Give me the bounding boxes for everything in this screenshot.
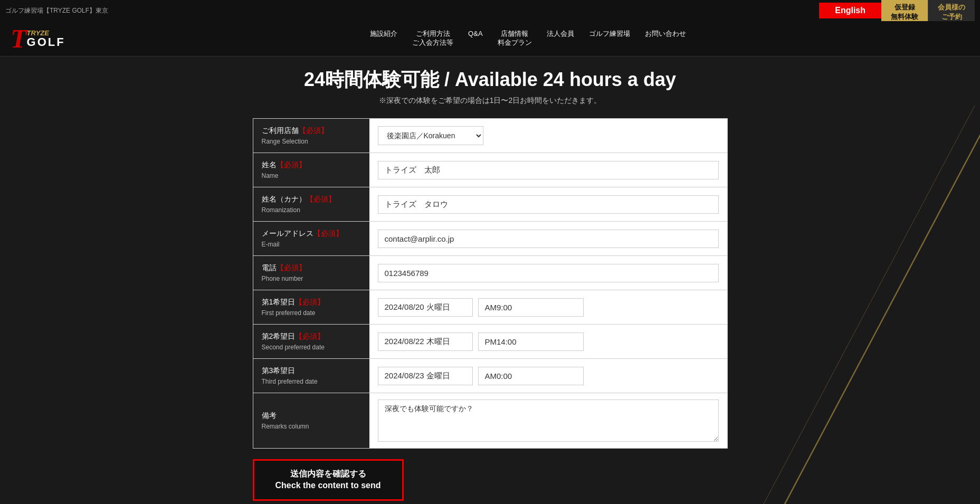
logo-combined: TRYZE GOLF: [27, 30, 65, 48]
input-range-cell: 後楽園店／Korakuen: [369, 119, 727, 153]
label-date1: 第1希望日【必須】 First preferred date: [253, 290, 369, 324]
page-subtitle: ※深夜での体験をご希望の場合は1日〜2日お時間をいただきます。: [21, 96, 959, 106]
label-name-jp: 姓名【必須】: [262, 160, 361, 170]
label-date3: 第3希望日 Third preferred date: [253, 359, 369, 393]
label-phone-en: Phone number: [262, 275, 361, 282]
remarks-textarea[interactable]: 深夜でも体験可能ですか？: [378, 400, 719, 442]
label-roman-en: Romanization: [262, 206, 361, 214]
romanization-input[interactable]: [378, 195, 719, 214]
date3-time-input[interactable]: [478, 367, 584, 385]
submit-label-en: Check the content to send: [275, 481, 381, 490]
name-input[interactable]: [378, 161, 719, 179]
submit-label-jp: 送信内容を確認する: [290, 469, 366, 478]
top-bar-right: English 仮登録無料体験 会員様のご予約: [819, 0, 975, 21]
input-date1-cell: [369, 290, 727, 324]
label-date2-en: Second preferred date: [262, 344, 361, 351]
submit-area: 送信内容を確認する Check the content to send: [253, 459, 728, 501]
english-button[interactable]: English: [819, 3, 881, 18]
nav-usage[interactable]: ご利用方法ご入会方法等: [412, 30, 453, 47]
label-phone: 電話【必須】 Phone number: [253, 256, 369, 290]
nav-qa[interactable]: Q&A: [468, 30, 482, 47]
date1-time-input[interactable]: [478, 298, 584, 317]
label-date1-en: First preferred date: [262, 309, 361, 317]
form-row-email: メールアドレス【必須】 E-mail: [253, 222, 727, 256]
input-date3-cell: [369, 359, 727, 393]
page-title: 24時間体験可能 / Available 24 hours a day: [21, 67, 959, 93]
label-date3-jp: 第3希望日: [262, 366, 361, 376]
nav-bar: T TRYZE GOLF 施設紹介 ご利用方法ご入会方法等 Q&A 店舗情報料金…: [0, 21, 980, 56]
phone-input[interactable]: [378, 264, 719, 282]
date3-date-input[interactable]: [378, 367, 473, 385]
form-row-date3: 第3希望日 Third preferred date: [253, 359, 727, 393]
date1-date-input[interactable]: [378, 298, 473, 317]
booking-form: ご利用店舗【必須】 Range Selection 後楽園店／Korakuen …: [253, 118, 728, 449]
form-row-name: 姓名【必須】 Name: [253, 153, 727, 187]
nav-corporate[interactable]: 法人会員: [547, 30, 574, 47]
logo-script: T: [11, 25, 27, 52]
label-date2: 第2希望日【必須】 Second preferred date: [253, 325, 369, 358]
form-row-date2: 第2希望日【必須】 Second preferred date: [253, 325, 727, 359]
range-select[interactable]: 後楽園店／Korakuen: [378, 126, 483, 145]
provisional-button[interactable]: 仮登録無料体験: [881, 0, 928, 21]
label-range-en: Range Selection: [262, 138, 361, 145]
nav-contact[interactable]: お問い合わせ: [645, 30, 686, 47]
form-row-romanization: 姓名（カナ）【必須】 Romanization: [253, 187, 727, 222]
label-remarks-jp: 備考: [262, 411, 361, 421]
form-row-date1: 第1希望日【必須】 First preferred date: [253, 290, 727, 325]
label-name: 姓名【必須】 Name: [253, 153, 369, 187]
label-date1-jp: 第1希望日【必須】: [262, 298, 361, 307]
input-roman-cell: [369, 187, 727, 221]
nav-golf-range[interactable]: ゴルフ練習場: [589, 30, 630, 47]
label-email-jp: メールアドレス【必須】: [262, 229, 361, 239]
label-date2-jp: 第2希望日【必須】: [262, 332, 361, 341]
submit-button[interactable]: 送信内容を確認する Check the content to send: [253, 459, 404, 501]
label-romanization: 姓名（カナ）【必須】 Romanization: [253, 187, 369, 221]
date2-date-input[interactable]: [378, 332, 473, 351]
required-mark: 【必須】: [299, 126, 328, 135]
email-input[interactable]: [378, 230, 719, 248]
nav-links: 施設紹介 ご利用方法ご入会方法等 Q&A 店舗情報料金プラン 法人会員 ゴルフ練…: [87, 30, 969, 47]
logo-golf: GOLF: [27, 36, 65, 48]
form-row-phone: 電話【必須】 Phone number: [253, 256, 727, 290]
label-remarks: 備考 Remarks column: [253, 393, 369, 448]
label-email: メールアドレス【必須】 E-mail: [253, 222, 369, 255]
label-remarks-en: Remarks column: [262, 423, 361, 430]
input-date2-cell: [369, 325, 727, 358]
main-content: 24時間体験可能 / Available 24 hours a day ※深夜で…: [0, 56, 980, 504]
label-range-jp: ご利用店舗【必須】: [262, 126, 361, 136]
input-phone-cell: [369, 256, 727, 290]
form-row-remarks: 備考 Remarks column 深夜でも体験可能ですか？: [253, 393, 727, 448]
logo[interactable]: T TRYZE GOLF: [11, 25, 65, 52]
form-row-range: ご利用店舗【必須】 Range Selection 後楽園店／Korakuen: [253, 119, 727, 153]
top-bar: ゴルフ練習場【TRYZE GOLF】東京 English 仮登録無料体験 会員様…: [0, 0, 980, 21]
label-name-en: Name: [262, 172, 361, 179]
input-remarks-cell: 深夜でも体験可能ですか？: [369, 393, 727, 448]
nav-shop-info[interactable]: 店舗情報料金プラン: [498, 30, 532, 47]
label-date3-en: Third preferred date: [262, 378, 361, 385]
site-name: ゴルフ練習場【TRYZE GOLF】東京: [5, 6, 108, 15]
label-email-en: E-mail: [262, 241, 361, 248]
label-roman-jp: 姓名（カナ）【必須】: [262, 195, 361, 204]
input-email-cell: [369, 222, 727, 255]
date2-time-input[interactable]: [478, 332, 584, 351]
input-name-cell: [369, 153, 727, 187]
nav-facilities[interactable]: 施設紹介: [370, 30, 397, 47]
label-range: ご利用店舗【必須】 Range Selection: [253, 119, 369, 153]
member-button[interactable]: 会員様のご予約: [928, 0, 975, 21]
label-phone-jp: 電話【必須】: [262, 263, 361, 273]
